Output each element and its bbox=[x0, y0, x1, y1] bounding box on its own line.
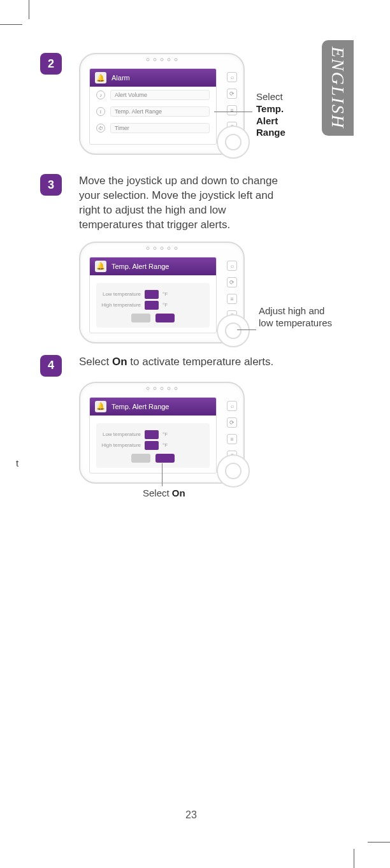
page-number: 23 bbox=[185, 809, 197, 821]
joystick-dial bbox=[217, 314, 250, 347]
device-screen: 🔔 Alarm ♪Alert Volume iTemp. Alert Range… bbox=[89, 68, 217, 145]
joystick-dial bbox=[217, 126, 250, 159]
timer-icon: ⏱ bbox=[96, 124, 105, 133]
screen-title: Temp. Alert Range bbox=[112, 263, 170, 270]
on-button bbox=[155, 454, 175, 463]
callout-select-on: Select On bbox=[143, 488, 185, 500]
high-value bbox=[145, 441, 159, 450]
callout-select-temp: Select Temp. Alert Range bbox=[256, 91, 285, 139]
screen-header: 🔔 Alarm bbox=[90, 69, 216, 87]
list-item: ♪Alert Volume bbox=[90, 87, 216, 103]
crop-mark bbox=[29, 0, 29, 19]
crop-mark bbox=[0, 24, 22, 25]
list-item: iTemp. Alert Range bbox=[90, 103, 216, 120]
device-screen: 🔔 Temp. Alert Range Low temperature°F Hi… bbox=[89, 397, 217, 474]
side-buttons: ⌕⟳≡▯ bbox=[227, 401, 237, 461]
bell-icon: 🔔 bbox=[95, 72, 106, 83]
device-screen: 🔔 Temp. Alert Range Low temperature°F Hi… bbox=[89, 257, 217, 333]
high-value bbox=[145, 301, 159, 310]
bell-icon: 🔔 bbox=[95, 261, 106, 272]
bell-icon: 🔔 bbox=[95, 401, 106, 412]
page-content: ENGLISH t 2 🔔 Alarm ♪Alert Volume iTemp.… bbox=[32, 31, 350, 834]
volume-icon: ♪ bbox=[96, 90, 105, 99]
screen-title: Alarm bbox=[112, 74, 130, 82]
step3-text: Move the joystick up and down to change … bbox=[79, 174, 289, 233]
crop-mark bbox=[354, 849, 354, 868]
side-buttons: ⌕⟳≡▯ bbox=[227, 261, 237, 321]
off-button bbox=[131, 314, 150, 322]
stray-char: t bbox=[16, 458, 18, 468]
step-badge-3: 3 bbox=[40, 174, 62, 196]
step-badge-4: 4 bbox=[40, 355, 62, 377]
step4-text: Select On to activate temperature alerts… bbox=[79, 355, 273, 377]
joystick-dial bbox=[217, 454, 250, 488]
screen-header: 🔔 Temp. Alert Range bbox=[90, 398, 216, 416]
side-buttons: ⌕⟳≡▯ bbox=[227, 72, 237, 132]
screen-header: 🔔 Temp. Alert Range bbox=[90, 257, 216, 275]
list-item: ⏱Timer bbox=[90, 120, 216, 136]
low-value bbox=[145, 430, 159, 439]
screen-title: Temp. Alert Range bbox=[112, 403, 170, 410]
low-value bbox=[145, 290, 159, 299]
on-button bbox=[155, 314, 175, 322]
crop-mark bbox=[368, 842, 390, 843]
device-mock-step2: 🔔 Alarm ♪Alert Volume iTemp. Alert Range… bbox=[79, 53, 245, 155]
step-badge-2: 2 bbox=[40, 53, 62, 75]
device-mock-step3: 🔔 Temp. Alert Range Low temperature°F Hi… bbox=[79, 242, 245, 344]
thermometer-icon: i bbox=[96, 107, 105, 116]
callout-adjust: Adjust high and low temperatures bbox=[259, 305, 335, 329]
off-button bbox=[131, 454, 150, 463]
